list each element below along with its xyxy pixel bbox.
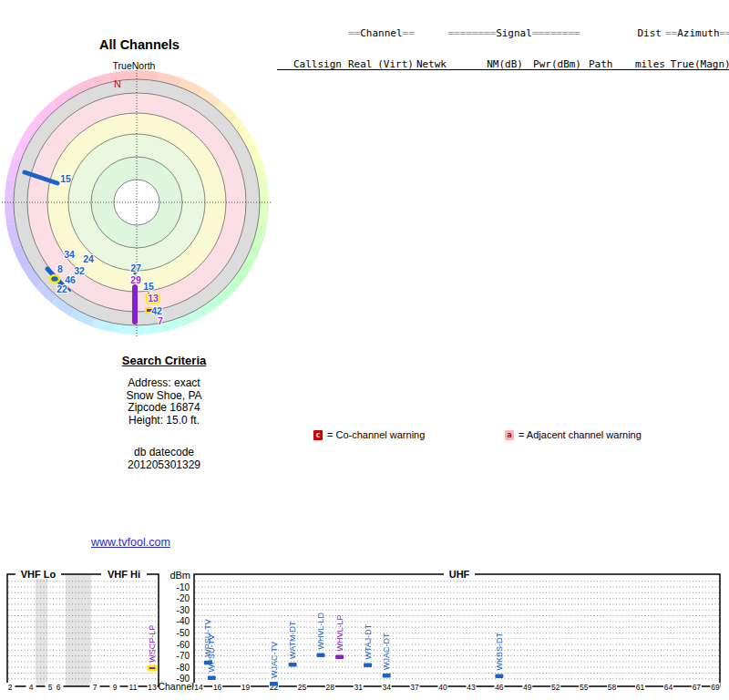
signal-group-header: ========Signal========: [447, 28, 581, 38]
radar-highlight-marker: [50, 275, 59, 283]
signal-bar-callsign-label: WSCP-LP: [148, 625, 157, 663]
dbm-tick-label: -70: [177, 651, 190, 661]
radar-channel-label: 24: [83, 253, 94, 264]
signal-bar: [364, 664, 372, 668]
db-datecode-value: 201205301329: [73, 459, 255, 472]
search-height-line: Height: 15.0 ft.: [73, 415, 255, 427]
col-header-true: True: [665, 59, 694, 69]
adjacent-legend-label: = Adjacent channel warning: [519, 429, 642, 440]
channel-tick-label: 55: [580, 683, 589, 692]
signal-bar: [208, 676, 216, 681]
azimuth-group-header: ==Azimuth==: [665, 28, 729, 38]
radar-truenorth-label: TrueNorth: [113, 60, 156, 71]
search-zip-line: Zipcode 16874: [73, 402, 255, 415]
channel-tick-label: 64: [664, 683, 673, 692]
signal-bar-callsign-label: WHVL-LP: [335, 615, 344, 652]
vhf-gap-band: [66, 575, 91, 686]
col-header-real: Real: [348, 59, 372, 69]
radar-channel-label: 8: [57, 263, 63, 274]
col-header-pwr: Pwr(dBm): [523, 59, 581, 69]
channel-tick-label: 40: [438, 683, 447, 692]
tvfool-report-page: All Channels TrueNorth N 153424832462227…: [0, 0, 729, 700]
col-header-magn: (Magn): [694, 59, 729, 69]
channel-tick-label: 25: [298, 683, 307, 692]
all-channels-radar-chart: All Channels TrueNorth N 153424832462227…: [0, 26, 282, 340]
uhf-band-label: UHF: [449, 569, 470, 580]
co-channel-warning-icon: c: [313, 430, 323, 440]
channel-tick-label: 6: [56, 683, 61, 692]
signal-bar-callsign-label: WATM-DT: [288, 621, 297, 659]
dbm-tick-label: -30: [177, 605, 190, 615]
col-header-miles: miles: [627, 59, 665, 69]
signal-bar-callsign-label: WTAJ-DT: [364, 623, 373, 659]
adjacent-channel-legend: a = Adjacent channel warning: [505, 429, 642, 440]
dist-group-header: Dist: [627, 28, 665, 38]
radar-title: All Channels: [99, 37, 180, 52]
search-criteria-block: Search Criteria Address: exact Snow Shoe…: [73, 354, 255, 471]
search-city-line: Snow Shoe, PA: [73, 390, 255, 403]
channel-tick-label: 7: [93, 683, 98, 692]
channel-tick-label: 52: [551, 683, 560, 692]
co-channel-legend-label: = Co-channel warning: [327, 429, 425, 440]
col-header-nm: NM(dB): [447, 59, 523, 69]
radar-north-marker: N: [114, 78, 121, 89]
signal-chart-markers: WSCP-LPWPSU-TVWPSU-TVWJAC-TVWATM-DTWHVL-…: [148, 612, 504, 685]
channel-tick-label: 19: [241, 683, 251, 692]
channel-tick-label: 5: [48, 683, 53, 692]
channel-tick-label: 43: [467, 683, 476, 692]
vhf-hi-band-label: VHF Hi: [108, 569, 140, 580]
channel-tick-label: 9: [113, 683, 118, 692]
signal-bar: [335, 655, 344, 660]
co-channel-legend: c = Co-channel warning: [313, 429, 425, 440]
radar-channel-label: 29: [130, 274, 141, 285]
vhf-gap-band: [36, 575, 47, 686]
signal-bar-callsign-label: WJAC-TV: [270, 642, 279, 678]
channel-tick-label: 58: [608, 683, 617, 692]
col-header-path: Path: [581, 59, 627, 69]
col-header-virt: (Virt): [372, 59, 414, 69]
channel-tick-label: 2: [8, 683, 13, 692]
channel-tick-label: 37: [410, 683, 419, 692]
dbm-tick-label: -10: [177, 582, 190, 592]
signal-bar-callsign-label: WHVL-LD: [316, 612, 325, 649]
channel-tick-label: 67: [693, 683, 702, 692]
channel-tick-label: 61: [636, 683, 645, 692]
search-criteria-heading: Search Criteria: [73, 354, 255, 367]
dbm-tick-label: -40: [177, 616, 190, 626]
channel-tick-label: 46: [495, 683, 504, 692]
radar-channel-label: 27: [130, 262, 141, 273]
channel-tick-label: 11: [129, 683, 138, 692]
search-address-line: Address: exact: [73, 377, 255, 390]
col-header-callsign: Callsign: [293, 59, 348, 69]
dbm-tick-label: -50: [177, 628, 190, 638]
tvfool-link[interactable]: www.tvfool.com: [91, 536, 170, 549]
radar-channel-label: 32: [74, 265, 85, 276]
adjacent-warning-icon: a: [505, 430, 514, 440]
signal-bar: [495, 674, 503, 678]
station-table: ==Channel==========Signal========Dist==A…: [277, 8, 729, 110]
dbm-axis-label: dBm: [169, 570, 190, 581]
signal-bar: [317, 654, 325, 658]
radar-channel-label: 22: [56, 283, 67, 294]
radar-channel-label: 34: [64, 249, 75, 260]
table-group-header-row: ==Channel==========Signal========Dist==A…: [277, 28, 729, 38]
channel-group-header: ==Channel==: [348, 28, 414, 38]
signal-bar: [149, 666, 157, 671]
table-column-header-row: CallsignReal(Virt)NetwkNM(dB)Pwr(dBm)Pat…: [277, 59, 729, 70]
channel-tick-label: 49: [523, 683, 532, 692]
channel-axis-label: Channel: [158, 681, 193, 692]
channel-tick-label: 13: [148, 683, 157, 692]
channel-tick-label: 31: [354, 683, 364, 692]
channel-tick-label: 34: [382, 683, 391, 692]
col-header-netwk: Netwk: [414, 59, 447, 69]
channel-tick-label: 69: [711, 683, 720, 692]
signal-bar-callsign-label: WPSU-TV: [207, 634, 216, 673]
radar-channel-label: 15: [143, 281, 154, 292]
signal-bar: [383, 674, 391, 678]
signal-bar: [289, 663, 297, 667]
channel-tick-label: 28: [326, 683, 335, 692]
signal-bar-callsign-label: WKBS-DT: [495, 632, 504, 670]
dbm-tick-label: -60: [177, 640, 190, 650]
radar-channel-label: 7: [158, 315, 163, 326]
channel-tick-label: 16: [213, 683, 222, 692]
